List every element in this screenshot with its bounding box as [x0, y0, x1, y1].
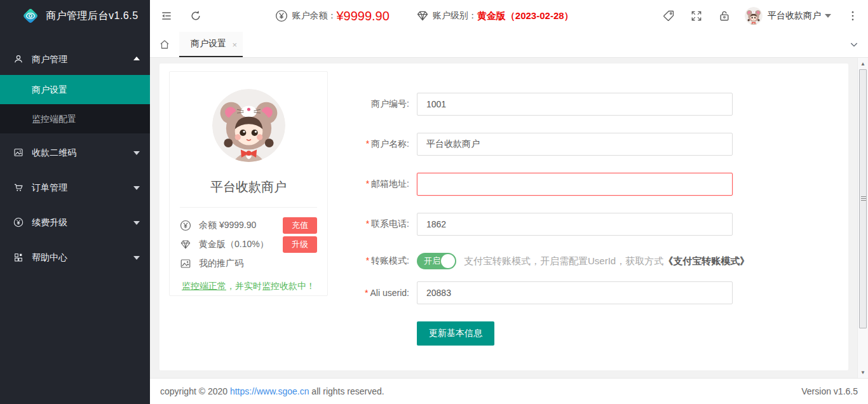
account-balance-label: 账户余额： — [292, 10, 336, 22]
chevron-down-icon — [825, 14, 831, 18]
account-balance-value: ¥9999.90 — [336, 9, 389, 24]
sidebar-submenu-merchant: 商户设置 监控端配置 — [0, 75, 150, 133]
account-level-value: 黄金版（2023-02-28） — [477, 10, 574, 22]
merchant-name-input[interactable] — [417, 133, 733, 156]
sidebar: 商户管理后台v1.6.5 商户管理 商户设置 监控端配置 — [0, 0, 150, 404]
tab-label: 商户设置 — [191, 38, 226, 50]
balance-text: 余额 ¥9999.90 — [199, 220, 256, 231]
merchant-name-label: *商户名称: — [322, 138, 417, 150]
chevron-down-icon — [133, 256, 140, 260]
merchant-profile-panel: 平台收款商户 余额 ¥9999.90 充值 黄金版（0.10%） 升级 — [169, 71, 328, 296]
promo-text: 我的推广码 — [199, 258, 243, 269]
form-row-transfer-mode: *转账模式: 开启 支付宝转账模式，开启需配置UserId，获取方式《支付宝转账… — [322, 253, 848, 269]
gem-icon — [180, 239, 191, 250]
sidebar-item-renew-upgrade[interactable]: 续费升级 — [0, 206, 150, 238]
user-icon — [13, 54, 24, 64]
upgrade-button[interactable]: 升级 — [283, 236, 317, 253]
sidebar-item-help-center[interactable]: 帮助中心 — [0, 241, 150, 273]
tab-list-dropdown-button[interactable] — [840, 32, 868, 57]
merchant-id-label: 商户编号: — [322, 98, 417, 110]
vertical-scrollbar[interactable]: ▲ ▼ — [857, 58, 868, 378]
app-logo-bar: 商户管理后台v1.6.5 — [0, 0, 150, 32]
required-asterisk: * — [366, 138, 369, 149]
chevron-up-icon — [133, 57, 140, 60]
merchant-id-input[interactable] — [417, 93, 733, 116]
update-basic-info-button[interactable]: 更新基本信息 — [417, 321, 494, 346]
monitor-status-rest: ，并实时监控收款中！ — [226, 281, 315, 291]
ali-userid-label: *Ali userid: — [322, 288, 417, 298]
submenu-item-label: 商户设置 — [32, 84, 67, 95]
form-row-email: *邮箱地址: — [322, 173, 848, 196]
form-row-merchant-id: 商户编号: — [322, 93, 848, 116]
scrollbar-grip — [861, 196, 866, 201]
sidebar-item-qrcode[interactable]: 收款二维码 — [0, 137, 150, 168]
chevron-down-icon — [133, 151, 140, 155]
home-tab-button[interactable] — [150, 32, 179, 57]
cart-icon — [13, 182, 24, 192]
qrcode-image-icon — [13, 147, 24, 158]
tab-merchant-settings[interactable]: 商户设置 × — [179, 32, 243, 57]
scroll-down-arrow[interactable]: ▼ — [858, 367, 868, 377]
user-menu[interactable]: 平台收款商户 — [745, 7, 831, 25]
scroll-up-arrow[interactable]: ▲ — [858, 58, 868, 69]
level-text: 黄金版（0.10%） — [199, 239, 269, 250]
yen-circle-icon — [275, 10, 288, 22]
tag-icon[interactable] — [662, 10, 675, 22]
sidebar-item-monitor-config[interactable]: 监控端配置 — [0, 104, 150, 133]
account-level-label: 账户级别： — [433, 10, 477, 22]
toggle-knob — [441, 254, 455, 268]
sidebar-item-orders[interactable]: 订单管理 — [0, 172, 150, 203]
phone-label: *联系电话: — [322, 219, 417, 230]
merchant-avatar — [212, 89, 285, 162]
collapse-sidebar-icon[interactable] — [160, 10, 173, 22]
required-asterisk: * — [366, 255, 369, 266]
promo-image-icon — [180, 258, 191, 269]
sidebar-item-merchant-management[interactable]: 商户管理 — [0, 43, 150, 75]
user-avatar — [745, 7, 763, 25]
account-level-group: 账户级别： 黄金版（2023-02-28） — [416, 10, 574, 22]
gem-icon — [416, 10, 429, 22]
scrollbar-thumb[interactable] — [859, 69, 867, 328]
header-tools: 平台收款商户 — [647, 7, 859, 25]
account-balance-group: 账户余额： ¥9999.90 — [275, 9, 389, 24]
submenu-item-label: 监控端配置 — [32, 114, 76, 124]
user-name: 平台收款商户 — [768, 10, 821, 22]
transfer-mode-help: 支付宝转账模式，开启需配置UserId，获取方式《支付宝转账模式》 — [464, 255, 749, 267]
transfer-mode-doc-link[interactable]: 《支付宝转账模式》 — [663, 255, 749, 266]
grid-icon — [13, 252, 24, 262]
app-title: 商户管理后台v1.6.5 — [46, 10, 139, 23]
app-logo-icon — [22, 7, 39, 25]
yen-circle-icon — [13, 217, 24, 227]
level-row: 黄金版（0.10%） 升级 — [180, 235, 317, 254]
merchant-admin-app: 商户管理后台v1.6.5 商户管理 商户设置 监控端配置 — [0, 0, 868, 404]
required-asterisk: * — [365, 288, 368, 298]
close-icon[interactable]: × — [232, 41, 237, 49]
footer-site-link[interactable]: https://www.sgoe.cn — [230, 386, 309, 396]
chevron-down-icon — [133, 221, 140, 225]
refresh-icon[interactable] — [189, 10, 202, 22]
required-asterisk: * — [366, 219, 369, 229]
form-row-ali-userid: *Ali userid: — [322, 281, 848, 304]
tab-bar: 商户设置 × — [150, 32, 868, 58]
email-input[interactable] — [417, 173, 733, 196]
sidebar-item-merchant-settings[interactable]: 商户设置 — [0, 75, 150, 104]
lock-icon[interactable] — [718, 10, 731, 22]
yen-circle-icon — [180, 220, 191, 231]
recharge-button[interactable]: 充值 — [283, 217, 317, 234]
more-dots-icon[interactable] — [846, 10, 859, 22]
merchant-settings-form: 商户编号: *商户名称: *邮箱地址: *联系电话: *转账模式: — [322, 93, 848, 346]
form-row-phone: *联系电话: — [322, 213, 848, 236]
transfer-mode-toggle[interactable]: 开启 — [417, 253, 456, 269]
merchant-settings-card: 平台收款商户 余额 ¥9999.90 充值 黄金版（0.10%） 升级 — [159, 64, 848, 370]
fullscreen-icon[interactable] — [690, 10, 703, 22]
required-asterisk: * — [366, 178, 369, 189]
promo-code-row[interactable]: 我的推广码 — [180, 254, 317, 273]
ali-userid-input[interactable] — [417, 281, 733, 304]
monitor-status-link[interactable]: 监控端正常 — [182, 281, 226, 291]
toggle-on-label: 开启 — [424, 256, 440, 266]
chevron-down-icon — [133, 186, 140, 190]
top-header: 账户余额： ¥9999.90 账户级别： 黄金版（2023-02-28） — [150, 0, 868, 32]
balance-row: 余额 ¥9999.90 充值 — [180, 216, 317, 235]
phone-input[interactable] — [417, 213, 733, 236]
main-content: 平台收款商户 余额 ¥9999.90 充值 黄金版（0.10%） 升级 — [150, 58, 857, 378]
